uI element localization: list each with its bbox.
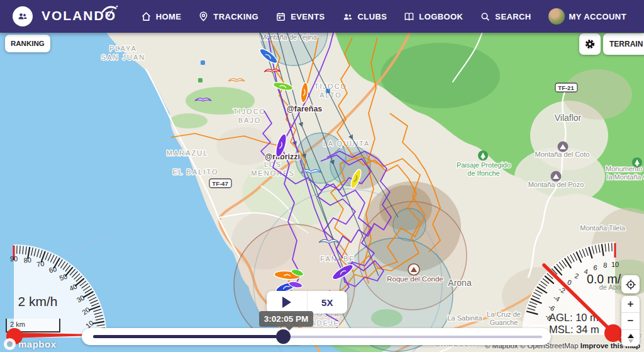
label-tijoco2: TIJOCO (233, 108, 266, 115)
pilot-label-farenas[interactable]: @fareñas (287, 105, 323, 113)
label-bajo: BAJO (238, 116, 262, 124)
nav-item-events[interactable]: EVENTS (275, 11, 325, 22)
nav-label: SEARCH (495, 12, 531, 21)
home-icon (141, 11, 152, 22)
nav-label: EVENTS (291, 12, 325, 21)
logbook-icon (404, 11, 414, 22)
playback-time: 3:02:05 PM (264, 314, 309, 324)
nav-item-home[interactable]: HOME (141, 11, 182, 22)
people-icon (17, 11, 28, 22)
timeline-thumb[interactable] (276, 329, 291, 344)
paraglider-logo-icon (101, 4, 118, 18)
label-paisaje: Paisaje Protegido (457, 161, 511, 169)
geolocate-icon (625, 279, 636, 290)
search-icon (480, 11, 491, 22)
zoom-in-button[interactable]: + (621, 296, 640, 312)
settings-button[interactable] (579, 33, 601, 55)
nav-item-search[interactable]: SEARCH (480, 11, 531, 22)
mapbox-logo[interactable]: mapbox (4, 338, 57, 350)
nav-item-logbook[interactable]: LOGBOOK (404, 11, 463, 22)
label-la-sabinita: La Sabinita (447, 314, 482, 322)
timeline-progress (93, 335, 284, 338)
label-adeje: ADEJE (311, 319, 339, 327)
nav-label: CLUBS (358, 12, 387, 21)
label-ifonche: de Ifonche (467, 169, 499, 177)
terrain-toggle-button[interactable]: TERRAIN (603, 33, 644, 55)
nav-item-clubs[interactable]: CLUBS (342, 11, 387, 22)
speed-multiplier-label: 5X (321, 297, 333, 308)
svg-text:TF-47: TF-47 (212, 180, 228, 187)
nav-item-my-account[interactable]: MY ACCOUNT (548, 8, 626, 25)
nav-label: HOME (156, 12, 182, 21)
zoom-out-button[interactable]: − (621, 313, 640, 329)
map-scale-bar: 2 km (6, 319, 60, 332)
peak-icon (408, 264, 419, 275)
playback-panel: 5X (267, 291, 347, 314)
timeline-slider[interactable] (82, 328, 551, 345)
nav-label: LOGBOOK (419, 12, 463, 21)
label-playa: PLAYA (109, 45, 137, 52)
label-el-balito: EL BALITO (172, 168, 218, 176)
road-shield-tf21: TF-21 (555, 83, 577, 92)
nav-label: TRACKING (213, 12, 258, 21)
pitch-down-icon (628, 339, 633, 343)
gear-icon (583, 37, 597, 51)
label-guanche: Guanche (490, 319, 518, 326)
label-arona: Arona (448, 278, 472, 288)
label-la-montana: la Montaña Co (607, 173, 644, 181)
blue-poi-icon (201, 60, 205, 65)
label-san-juan: SAN JUAN (101, 54, 145, 61)
speed-multiplier-button[interactable]: 5X (308, 291, 348, 314)
label-montana-tilela: Montaña Tilela (580, 224, 625, 232)
nav-item-tracking[interactable]: TRACKING (198, 11, 258, 22)
label-la-cruz: La Cruz de (487, 310, 521, 318)
play-button[interactable] (267, 291, 307, 314)
label-vilaflor: Vilaflor (555, 113, 582, 123)
user-circle-button[interactable] (13, 6, 33, 26)
play-icon (282, 297, 291, 308)
tree-icon (632, 157, 642, 167)
label-alto: ALTO (319, 91, 342, 99)
green-poi-icon (198, 78, 203, 82)
mountain-poi-icon (558, 142, 569, 152)
nav-label: MY ACCOUNT (569, 12, 626, 21)
calendar-icon (275, 11, 286, 22)
road-shield-tf47: TF-47 (209, 179, 231, 188)
label-marazul: MARAZUL (167, 149, 209, 157)
mapbox-wordmark: mapbox (18, 339, 57, 349)
volando-app: Montaña de Tejina PLAYA SAN JUAN TIJOCO … (0, 0, 644, 352)
pitch-toggle-button[interactable] (621, 330, 640, 346)
nav-items: HOME TRACKING EVENTS CLUBS LOGBOOK SEARC… (141, 0, 626, 33)
avatar (548, 8, 565, 25)
tree-icon (478, 150, 488, 161)
label-montana-pozo: Montaña del Pozo (528, 181, 584, 188)
top-nav: VOLANDO HOME TRACKING EVENTS CLUBS (0, 0, 644, 33)
mountain-poi-icon (551, 171, 562, 182)
playback-time-tooltip: 3:02:05 PM (259, 311, 313, 327)
mapbox-logo-icon (4, 338, 16, 350)
ranking-button[interactable]: RANKING (5, 35, 50, 52)
pitch-up-icon (628, 334, 634, 338)
tracking-pin-icon (198, 11, 209, 22)
geolocate-button[interactable] (621, 275, 640, 293)
group-icon (342, 11, 353, 22)
label-roque-del-conde: Roque del Conde (387, 275, 443, 283)
zoom-control: + − (621, 296, 640, 346)
svg-text:TF-21: TF-21 (558, 84, 574, 91)
